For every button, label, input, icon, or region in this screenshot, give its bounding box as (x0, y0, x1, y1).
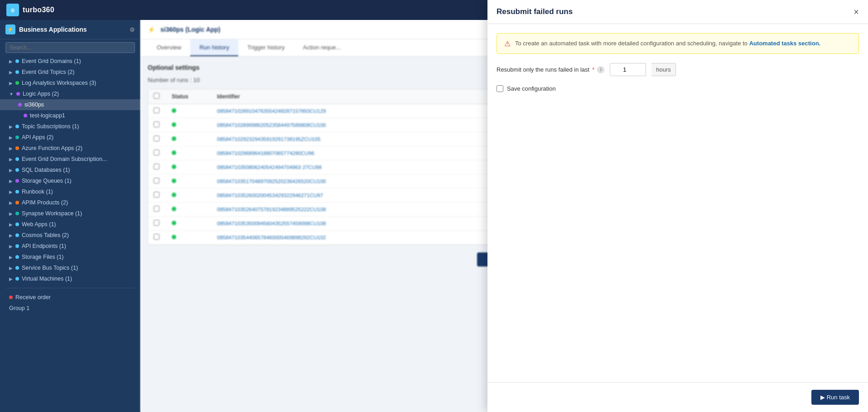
sidebar-item-label: Storage Queues (1) (22, 178, 72, 184)
sidebar-item-sql-databases[interactable]: ▶ SQL Databases (1) (0, 165, 140, 175)
hours-label: hours (651, 63, 676, 76)
sidebar-search-input[interactable] (5, 42, 135, 53)
sidebar-item-si360ps[interactable]: si360ps (0, 99, 140, 110)
modal-panel: Resubmit failed runs × ⚠ To create an au… (487, 0, 868, 412)
run-id-link[interactable]: 08584710292329435919291738195ZCU105 (217, 136, 320, 142)
run-id-link[interactable]: 08584710296896418807065774280CU96 (217, 150, 314, 156)
row-checkbox[interactable] (154, 107, 159, 113)
status-dot (172, 150, 176, 155)
save-config-label[interactable]: Save configuration (507, 85, 556, 92)
chevron-right-icon: ▶ (9, 168, 13, 173)
modal-close-button[interactable]: × (854, 7, 859, 16)
sidebar-item-storage-queues[interactable]: ▶ Storage Queues (1) (0, 175, 140, 186)
tab-trigger-history[interactable]: Trigger history (238, 39, 294, 56)
row-checkbox-cell (154, 192, 172, 199)
sidebar-item-storage-files[interactable]: ▶ Storage Files (1) (0, 252, 140, 262)
select-all-header (154, 93, 172, 100)
runbook-icon (15, 190, 19, 194)
modal-body: ⚠ To create an automated task with more … (487, 24, 868, 382)
run-id-link[interactable]: 08584710289998620523584497589808CU100 (217, 122, 326, 128)
select-all-checkbox[interactable] (154, 93, 159, 99)
receive-order-icon (9, 296, 13, 299)
sidebar-item-cosmos-tables[interactable]: ▶ Cosmos Tables (2) (0, 230, 140, 241)
sidebar-item-label: test-logicapp1 (30, 112, 65, 119)
sidebar-item-test-logicapp1[interactable]: test-logicapp1 (0, 110, 140, 121)
row-status-cell (172, 234, 217, 241)
status-dot (172, 136, 176, 141)
cosmos-tables-icon (15, 233, 19, 237)
sidebar-item-service-bus-topics[interactable]: ▶ Service Bus Topics (1) (0, 262, 140, 273)
hours-input[interactable] (610, 63, 646, 76)
sidebar-item-label: Logic Apps (2) (23, 91, 59, 97)
chevron-right-icon: ▶ (9, 59, 13, 64)
status-column-header: Status (172, 93, 217, 100)
run-id-link[interactable]: 08584710351704897092520236426520CU100 (217, 179, 326, 184)
row-status-cell (172, 122, 217, 128)
row-checkbox[interactable] (154, 192, 159, 198)
row-checkbox[interactable] (154, 121, 159, 127)
sidebar-item-web-apps[interactable]: ▶ Web Apps (1) (0, 219, 140, 230)
modal-footer: ▶ Run task (487, 382, 868, 412)
tab-overview[interactable]: Overview (148, 39, 190, 56)
row-checkbox-cell (154, 121, 172, 129)
sidebar-item-api-endpoints[interactable]: ▶ API Endpoints (1) (0, 241, 140, 252)
warning-banner: ⚠ To create an automated task with more … (497, 33, 859, 54)
sidebar-item-apim-products[interactable]: ▶ APIM Products (2) (0, 197, 140, 208)
info-icon[interactable]: i (597, 66, 604, 73)
chevron-down-icon: ▼ (9, 92, 14, 97)
sidebar-item-virtual-machines[interactable]: ▶ Virtual Machines (1) (0, 273, 140, 284)
sidebar-item-topic-subscriptions[interactable]: ▶ Topic Subscriptions (1) (0, 121, 140, 132)
row-checkbox[interactable] (154, 150, 159, 155)
sidebar-item-azure-function-apps[interactable]: ▶ Azure Function Apps (2) (0, 143, 140, 154)
si360ps-icon (18, 103, 22, 107)
sidebar: ⚡ Business Applications ⚙ ▶ Event Grid D… (0, 20, 140, 412)
sidebar-item-logic-apps[interactable]: ▼ Logic Apps (2) (0, 88, 140, 99)
row-checkbox[interactable] (154, 206, 159, 212)
row-checkbox[interactable] (154, 220, 159, 226)
sidebar-item-api-apps[interactable]: ▶ API Apps (2) (0, 132, 140, 143)
run-id-link[interactable]: 08584710289104763554248287157893CU129 (217, 108, 326, 114)
status-dot (172, 165, 176, 169)
run-id-link[interactable]: 08584710352600200453429322946271CU97 (217, 193, 323, 198)
row-status-cell (172, 192, 217, 199)
sidebar-item-label: APIM Products (2) (22, 199, 68, 206)
save-config-row: Save configuration (497, 85, 859, 92)
app-container: turbo360 ⚡ Business Applications ⚙ ▶ Eve… (0, 0, 868, 412)
chevron-right-icon: ▶ (9, 124, 13, 129)
sidebar-item-runbook[interactable]: ▶ Runbook (1) (0, 186, 140, 197)
resubmit-label: Resubmit only the runs failed in last * … (497, 66, 604, 73)
run-id-link[interactable]: 08584710352640757819234889525222CU108 (217, 207, 326, 212)
row-checkbox-cell (154, 234, 172, 241)
sidebar-item-log-analytics[interactable]: ▶ Log Analytics Workspaces (3) (0, 78, 140, 88)
row-checkbox[interactable] (154, 164, 159, 170)
sidebar-item-group1[interactable]: Group 1 (0, 303, 140, 314)
row-checkbox[interactable] (154, 178, 159, 184)
gear-icon[interactable]: ⚙ (130, 26, 135, 33)
sidebar-item-label: Event Grid Topics (2) (22, 69, 74, 75)
row-checkbox-cell (154, 164, 172, 171)
chevron-right-icon: ▶ (9, 157, 13, 162)
sidebar-item-receive-order[interactable]: Receive order (0, 292, 140, 303)
tab-action-requests[interactable]: Action reque... (294, 39, 350, 56)
run-id-link[interactable]: 08584710353500945604352557459098CU108 (217, 221, 326, 226)
chevron-right-icon: ▶ (9, 276, 13, 281)
sidebar-item-label: API Endpoints (1) (22, 243, 66, 249)
automated-tasks-link[interactable]: Automated tasks section. (749, 40, 821, 47)
chevron-right-icon: ▶ (9, 179, 13, 184)
row-checkbox[interactable] (154, 136, 159, 141)
tab-run-history[interactable]: Run history (190, 39, 238, 56)
sidebar-item-event-grid-domain-subs[interactable]: ▶ Event Grid Domain Subscription... (0, 154, 140, 165)
row-status-cell (172, 164, 217, 170)
run-id-link[interactable]: 08584710354406578460005469898292CU102 (217, 235, 326, 240)
sidebar-item-event-grid-domains[interactable]: ▶ Event Grid Domains (1) (0, 56, 140, 67)
status-dot (172, 193, 176, 197)
run-task-button[interactable]: ▶ Run task (811, 390, 859, 405)
row-checkbox[interactable] (154, 234, 159, 240)
sidebar-item-event-grid-topics[interactable]: ▶ Event Grid Topics (2) (0, 67, 140, 78)
save-config-checkbox[interactable] (497, 85, 503, 92)
sidebar-item-label: SQL Databases (1) (22, 167, 70, 173)
chevron-right-icon: ▶ (9, 222, 13, 227)
run-id-link[interactable]: 08584710350806240542494704963 27CU98 (217, 165, 322, 170)
sidebar-search-container (0, 39, 140, 56)
sidebar-item-synapse-workspace[interactable]: ▶ Synapse Workspace (1) (0, 208, 140, 219)
